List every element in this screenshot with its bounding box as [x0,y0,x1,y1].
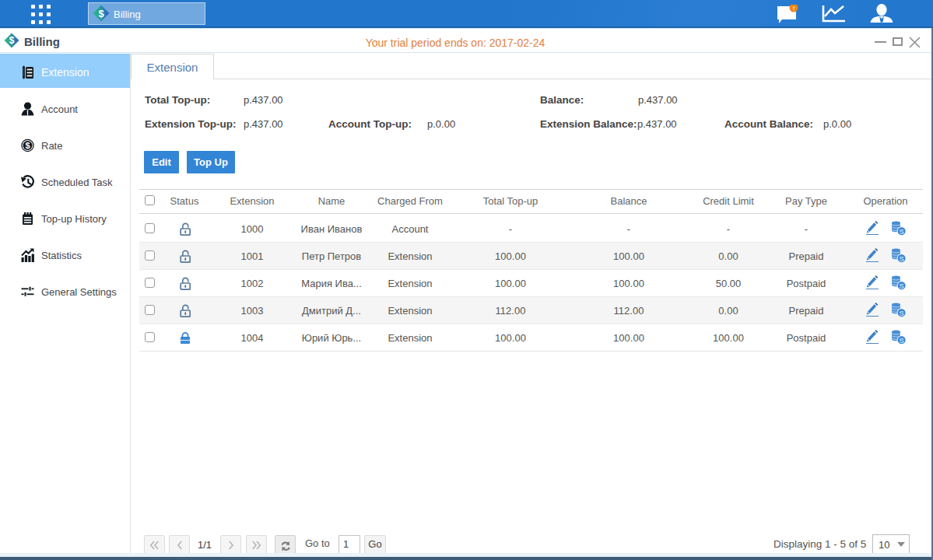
svg-text:S: S [900,282,904,290]
svg-text:S: S [900,254,904,263]
svg-text:$: $ [25,141,30,150]
svg-text:S: S [900,309,904,317]
svg-text:$: $ [9,35,15,46]
svg-text:S: S [900,227,904,236]
svg-text:S: S [900,336,904,345]
svg-text:!: ! [793,5,795,12]
svg-text:$: $ [98,8,104,19]
